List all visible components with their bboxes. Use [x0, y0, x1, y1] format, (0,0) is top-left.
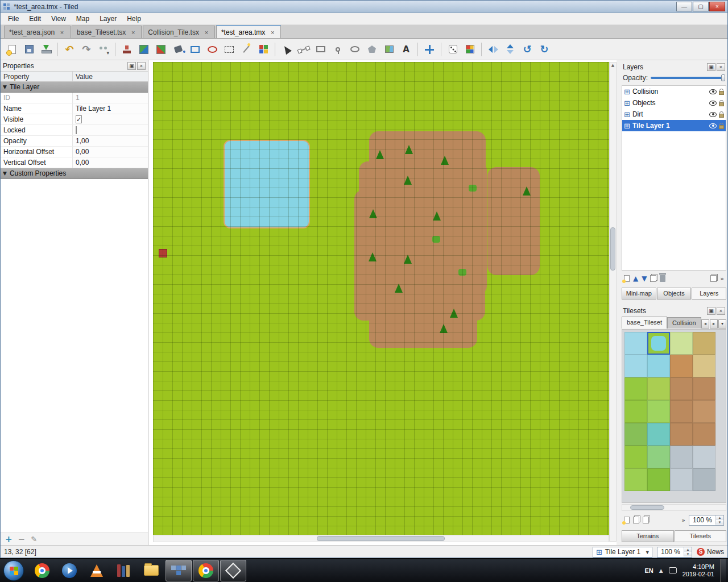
close-panel-icon[interactable]: × — [137, 62, 146, 70]
tileset-next-button[interactable]: ▸ — [710, 319, 718, 329]
minimize-button[interactable]: — — [676, 2, 692, 11]
layer-row-dirt[interactable]: ⊞ Dirt — [622, 109, 726, 120]
taskbar-library[interactable] — [111, 560, 137, 581]
tab-tilesets[interactable]: Tilesets — [675, 530, 727, 542]
same-tile-select-button[interactable] — [255, 41, 271, 57]
tab-objects[interactable]: Objects — [657, 288, 692, 300]
tileset-tile[interactable] — [670, 332, 693, 355]
tileset-tile[interactable] — [670, 446, 693, 468]
layer-row-collision[interactable]: ⊞ Collision — [622, 86, 726, 97]
taskbar-explorer[interactable] — [138, 560, 164, 581]
horizontal-offset-value[interactable]: 0,00 — [73, 147, 148, 157]
tileset-zoom-combo[interactable]: 100 % ▲ ▼ — [689, 515, 724, 526]
locked-checkbox[interactable] — [76, 126, 77, 134]
tileset-tile[interactable] — [647, 468, 670, 491]
taskbar-clock[interactable]: 4:10PM 2019-02-01 — [682, 563, 714, 578]
taskbar-chrome-window[interactable] — [193, 560, 219, 581]
taskbar-media-player[interactable] — [56, 560, 82, 581]
tray-expand-icon[interactable]: ▲ — [659, 568, 663, 573]
tab-close-icon[interactable]: × — [130, 29, 136, 36]
remove-layer-button[interactable] — [660, 275, 665, 282]
map-vertical-scrollbar[interactable]: ▲ — [609, 62, 617, 542]
taskbar-tiled[interactable] — [166, 560, 192, 581]
tileset-tile[interactable] — [693, 423, 715, 446]
menu-map[interactable]: Map — [71, 14, 94, 24]
tab-close-icon[interactable]: × — [269, 29, 276, 36]
lock-icon[interactable] — [719, 114, 724, 118]
toolbar-overflow-button[interactable]: » — [720, 275, 724, 282]
tileset-tile[interactable] — [624, 446, 647, 468]
lock-icon[interactable] — [719, 102, 724, 106]
toolbar-overflow-button[interactable]: » — [681, 517, 685, 524]
opacity-slider-thumb[interactable] — [721, 74, 725, 81]
flip-horizontal-button[interactable] — [485, 41, 501, 57]
stamp-brush-button[interactable] — [119, 41, 135, 57]
remove-property-button[interactable]: − — [18, 534, 26, 544]
float-panel-icon[interactable]: ▣ — [707, 307, 715, 315]
rotate-right-button[interactable]: ↻ — [536, 41, 552, 57]
opacity-slider[interactable] — [651, 77, 725, 79]
tab-base-tileset[interactable]: base_Tileset — [622, 317, 667, 329]
layers-header[interactable]: Layers ▣ × — [621, 61, 727, 72]
edit-polygons-button[interactable] — [296, 41, 312, 57]
tileset-tile[interactable] — [670, 468, 693, 491]
layer-row-objects[interactable]: ⊞ Objects — [622, 97, 726, 109]
tileset-tile[interactable] — [624, 332, 647, 355]
edit-property-button[interactable]: ✎ — [31, 535, 37, 543]
new-map-button[interactable] — [4, 41, 20, 57]
tileset-tile[interactable] — [624, 377, 647, 400]
select-objects-button[interactable] — [279, 41, 295, 57]
terrain-brush-button[interactable] — [136, 41, 152, 57]
map-horizontal-scrollbar[interactable] — [153, 535, 609, 542]
float-panel-icon[interactable]: ▣ — [707, 63, 715, 71]
bucket-fill-button[interactable] — [170, 41, 186, 57]
maximize-button[interactable]: ▢ — [693, 2, 709, 11]
tileset-tile[interactable] — [693, 355, 715, 377]
embed-tileset-button[interactable] — [633, 517, 639, 523]
tileset-tile[interactable] — [624, 468, 647, 491]
float-panel-icon[interactable]: ▣ — [127, 62, 136, 70]
tileset-prev-button[interactable]: ◂ — [701, 319, 709, 329]
tilesets-header[interactable]: Tilesets ▣ × — [621, 305, 727, 316]
tileset-tile[interactable] — [670, 400, 693, 423]
tab-test-area-tmx[interactable]: *test_area.tmx × — [216, 25, 281, 38]
titlebar[interactable]: *test_area.tmx - Tiled — ▢ × — [1, 1, 727, 13]
tileset-tile[interactable] — [647, 377, 670, 400]
tileset-tile[interactable] — [670, 355, 693, 377]
tab-base-tileset-tsx[interactable]: base_Tileset.tsx × — [72, 26, 142, 38]
tileset-tile[interactable] — [647, 446, 670, 468]
taskbar-vlc[interactable] — [84, 560, 110, 581]
panel-splitter[interactable] — [617, 60, 621, 545]
collapse-icon[interactable]: ▼ — [3, 171, 7, 176]
raise-layer-button[interactable]: ▲ — [633, 275, 638, 282]
tab-terrains[interactable]: Terrains — [622, 530, 674, 542]
tileset-tile[interactable] — [647, 423, 670, 446]
close-button[interactable]: × — [709, 2, 725, 11]
tileset-view[interactable] — [622, 329, 726, 503]
redo-button[interactable]: ↷ — [78, 41, 94, 57]
menu-file[interactable]: File — [3, 14, 24, 24]
lower-layer-button[interactable]: ▼ — [642, 275, 647, 282]
map-canvas[interactable] — [153, 62, 609, 535]
eraser-button[interactable] — [204, 41, 220, 57]
new-layer-button[interactable] — [624, 275, 630, 282]
export-tileset-button[interactable] — [643, 517, 649, 523]
tileset-tile[interactable] — [693, 377, 715, 400]
tileset-tile[interactable] — [670, 377, 693, 400]
insert-tile-button[interactable] — [381, 41, 397, 57]
new-tileset-button[interactable] — [624, 517, 630, 523]
tab-close-icon[interactable]: × — [203, 29, 210, 36]
tab-mini-map[interactable]: Mini-map — [622, 288, 656, 300]
duplicate-map-button[interactable] — [710, 275, 717, 282]
tileset-tile[interactable] — [624, 423, 647, 446]
tileset-tile[interactable] — [624, 355, 647, 377]
magic-wand-button[interactable] — [238, 41, 254, 57]
terrain-mode-button[interactable] — [462, 41, 478, 57]
horizontal-scroll-thumb[interactable] — [317, 536, 445, 541]
rectangular-select-button[interactable] — [221, 41, 237, 57]
visibility-eye-icon[interactable] — [709, 123, 717, 128]
zoom-down-icon[interactable]: ▼ — [716, 520, 723, 525]
map-zoom-combo[interactable]: 100 % ▲ ▼ — [657, 547, 692, 558]
group-tile-layer[interactable]: ▼ Tile Layer — [1, 82, 148, 93]
tileset-tile[interactable] — [693, 446, 715, 468]
